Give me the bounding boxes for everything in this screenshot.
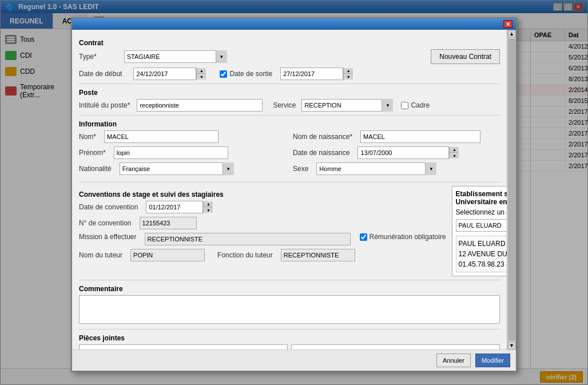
annuler-button[interactable]: Annuler — [436, 354, 471, 367]
sexe-row: Sexe ▼ — [293, 162, 500, 175]
piece-input-2[interactable] — [291, 344, 500, 350]
section-poste: Poste — [79, 89, 500, 97]
nationalite-select-wrapper: ▼ — [120, 162, 234, 175]
date-sortie-input[interactable] — [280, 68, 343, 80]
dialog-overlay: ✕ Contrat Type* ▼ Nouveau Contrat — [0, 0, 588, 385]
num-convention-label: N° de convention — [79, 219, 132, 227]
date-debut-label: Date de début — [79, 70, 122, 78]
modifier-button[interactable]: Modifier — [475, 354, 510, 367]
nationalite-input[interactable] — [120, 162, 234, 175]
date-debut-input[interactable] — [133, 68, 196, 80]
mission-label: Mission à effectuer — [79, 233, 137, 241]
dialog-footer: Annuler Modifier — [72, 350, 516, 371]
info-right: Nom de naissance* Date de naissance ▲ ▼ — [293, 130, 500, 178]
num-convention-row: N° de convention — [79, 217, 446, 229]
info-left: Nom* Prénom* Nationalité ▼ — [79, 130, 286, 178]
date-naissance-down[interactable]: ▼ — [450, 153, 459, 158]
etablissement-select-row: ▼ Gérer — [456, 219, 507, 232]
tuteur-row: Nom du tuteur Fonction du tuteur — [79, 249, 446, 261]
num-convention-input[interactable] — [140, 217, 197, 229]
date-convention-up[interactable]: ▲ — [204, 201, 213, 207]
nationalite-row: Nationalité ▼ — [79, 162, 286, 175]
type-select-wrapper: ▼ — [124, 50, 227, 63]
date-convention-wrapper: ▲ ▼ — [146, 201, 213, 213]
date-naissance-up[interactable]: ▲ — [450, 147, 459, 153]
etablissement-address: 12 AVENUE DU PRESIDENT — [459, 249, 507, 259]
date-sortie-checkbox[interactable] — [220, 70, 227, 78]
date-debut-wrapper: ▲ ▼ — [133, 68, 206, 80]
date-sortie-up[interactable]: ▲ — [344, 68, 353, 74]
date-naissance-spinner[interactable]: ▲ ▼ — [449, 147, 459, 158]
remuneration-wrapper: Rémunération obligatoire — [360, 233, 446, 241]
date-convention-input[interactable] — [146, 201, 203, 213]
nouveau-contrat-button[interactable]: Nouveau Contrat — [431, 49, 500, 64]
date-naissance-input[interactable] — [357, 146, 449, 159]
nom-row: Nom* — [79, 130, 286, 143]
dialog-scroll-down[interactable]: ▼ — [508, 342, 516, 350]
remuneration-checkbox[interactable] — [360, 233, 367, 241]
fonction-tuteur-input[interactable] — [281, 249, 355, 261]
date-debut-down[interactable]: ▼ — [197, 74, 206, 80]
nom-naissance-label: Nom de naissance* — [293, 133, 352, 141]
contrat-type-row: Type* ▼ Nouveau Contrat — [79, 49, 500, 64]
pieces-row — [79, 344, 500, 350]
section-pieces: Pièces jointes — [79, 334, 500, 342]
mission-input[interactable] — [145, 233, 351, 245]
mission-row: Mission à effectuer Rémunération obligat… — [79, 233, 446, 245]
prenom-input[interactable] — [114, 146, 228, 159]
date-sortie-spinner[interactable]: ▲ ▼ — [343, 68, 353, 80]
nom-input[interactable] — [104, 130, 218, 143]
sexe-input[interactable] — [316, 162, 436, 175]
dialog: ✕ Contrat Type* ▼ Nouveau Contrat — [71, 17, 517, 372]
dialog-scroll-up[interactable]: ▲ — [508, 30, 516, 38]
date-sortie-down[interactable]: ▼ — [344, 74, 353, 80]
nom-label: Nom* — [79, 133, 96, 141]
select-etablissement-label: Selectionnez un étalissement : — [456, 208, 507, 216]
sexe-select-wrapper: ▼ — [316, 162, 436, 175]
date-naissance-wrapper: ▲ ▼ — [357, 146, 459, 159]
date-debut-spinner[interactable]: ▲ ▼ — [196, 68, 206, 80]
etablissement-phone: 01.45.78.98.23 — [459, 259, 507, 269]
date-convention-spinner[interactable]: ▲ ▼ — [203, 201, 213, 213]
service-input[interactable] — [301, 99, 393, 112]
date-sortie-label: Date de sortie — [229, 70, 272, 78]
etablissement-name: PAUL ELUARD — [459, 239, 507, 249]
date-convention-label: Date de convention — [79, 203, 138, 211]
type-label: Type* — [79, 53, 97, 61]
dialog-scrollbar[interactable]: ▲ ▼ — [507, 30, 516, 350]
nom-naissance-input[interactable] — [360, 130, 480, 143]
dialog-close-button[interactable]: ✕ — [503, 20, 512, 28]
prenom-row: Prénom* — [79, 146, 286, 159]
dialog-scroll-thumb[interactable] — [508, 39, 515, 340]
date-sortie-checkbox-wrapper: Date de sortie — [220, 70, 272, 78]
piece-input-1[interactable] — [79, 344, 288, 350]
dialog-titlebar: ✕ — [72, 18, 516, 30]
etablissement-box: Etablissement scolaire ou Universitaire … — [452, 186, 507, 276]
date-convention-down[interactable]: ▼ — [204, 207, 213, 213]
service-label: Service — [273, 101, 296, 109]
cadre-checkbox[interactable] — [401, 102, 408, 109]
nom-tuteur-input[interactable] — [130, 249, 205, 261]
section-contrat: Contrat — [79, 39, 500, 47]
info-grid: Nom* Prénom* Nationalité ▼ — [79, 130, 500, 178]
etablissement-info: PAUL ELUARD 12 AVENUE DU PRESIDENT 01.45… — [456, 236, 507, 272]
date-naissance-label: Date de naissance — [293, 149, 349, 157]
etablissement-select[interactable] — [456, 219, 507, 232]
service-select-wrapper: ▼ — [301, 99, 393, 112]
cadre-wrapper: Cadre — [401, 101, 430, 109]
section-information: Information — [79, 120, 500, 128]
intitule-input[interactable] — [137, 99, 263, 112]
date-debut-up[interactable]: ▲ — [197, 68, 206, 74]
date-row: Date de début ▲ ▼ Date de sortie — [79, 68, 500, 80]
prenom-label: Prénom* — [79, 149, 106, 157]
fonction-tuteur-label: Fonction du tuteur — [217, 251, 273, 259]
commentaire-textarea[interactable] — [79, 295, 500, 324]
etablissement-section-label: Etablissement scolaire ou Universitaire … — [456, 190, 507, 206]
cadre-label: Cadre — [411, 101, 430, 109]
type-input[interactable] — [124, 50, 227, 63]
nom-naissance-row: Nom de naissance* — [293, 130, 500, 143]
section-commentaire: Commentaire — [79, 285, 500, 293]
nationalite-label: Nationalité — [79, 165, 112, 173]
date-sortie-wrapper: ▲ ▼ — [280, 68, 353, 80]
conventions-left: Conventions de stage et suivi des stagia… — [79, 186, 446, 276]
